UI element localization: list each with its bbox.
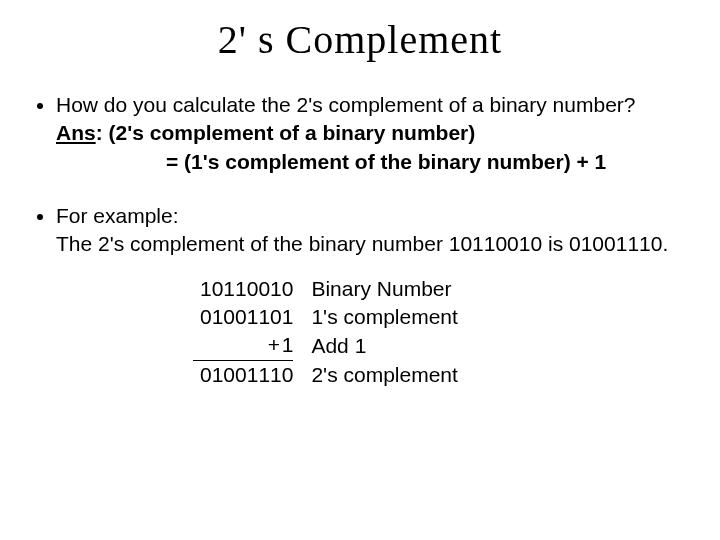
example-sentence: The 2's complement of the binary number … <box>56 232 668 255</box>
bullet-list: How do you calculate the 2's complement … <box>30 91 690 389</box>
table-row: 01001110 2's complement <box>186 361 476 389</box>
calc-num-3: 1 <box>282 333 294 356</box>
answer-block: Ans: (2's complement of a binary number)… <box>56 121 690 176</box>
example-number: 10110010 <box>449 232 542 255</box>
bullet-1: How do you calculate the 2's complement … <box>56 91 690 176</box>
example-end: . <box>662 232 668 255</box>
calc-table: 10110010 Binary Number 01001101 1's comp… <box>186 275 476 389</box>
question-text: How do you calculate the 2's complement … <box>56 93 636 116</box>
ans-line1: (2's complement of a binary number) <box>103 121 476 144</box>
example-result: 01001110 <box>569 232 662 255</box>
calc-num-4: 01001110 <box>200 363 293 386</box>
table-row: 01001101 1's complement <box>186 303 476 331</box>
calc-num-1: 10110010 <box>200 277 293 300</box>
calc-num-2: 01001101 <box>200 305 293 328</box>
example-mid: is <box>542 232 569 255</box>
slide: 2' s Complement How do you calculate the… <box>0 0 720 540</box>
ans-line2: = (1's complement of the binary number) … <box>166 148 690 176</box>
ans-label: Ans <box>56 121 96 144</box>
table-row: +1 Add 1 <box>186 331 476 360</box>
plus-sign: + <box>268 331 282 359</box>
table-row: 10110010 Binary Number <box>186 275 476 303</box>
calc-lbl-2: 1's complement <box>311 303 475 331</box>
bullet-2: For example: The 2's complement of the b… <box>56 202 690 389</box>
example-pre: The 2's complement of the binary number <box>56 232 449 255</box>
ans-colon: : <box>96 121 103 144</box>
example-lead: For example: <box>56 204 179 227</box>
slide-title: 2' s Complement <box>30 16 690 63</box>
calc-lbl-1: Binary Number <box>311 275 475 303</box>
calc-lbl-4: 2's complement <box>311 361 475 389</box>
calc-lbl-3: Add 1 <box>311 331 475 360</box>
